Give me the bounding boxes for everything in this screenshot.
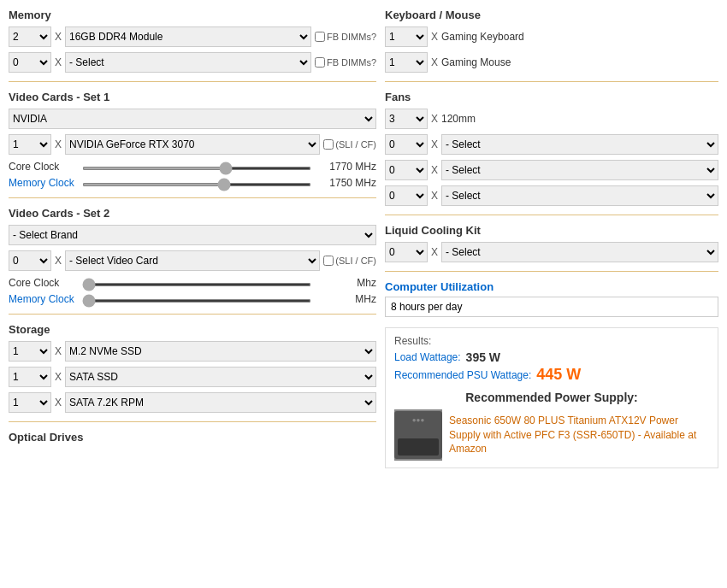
memory-fbdimms-1-checkbox[interactable] (315, 32, 325, 42)
fans-x-1: X (431, 113, 438, 125)
fans-x-2: X (431, 138, 438, 150)
memory-fbdimms-2-checkbox[interactable] (315, 57, 325, 68)
videocards2-x: X (55, 255, 62, 267)
storage-row-1: 1023 X M.2 NVMe SSD SATA SSD SATA 7.2K R… (9, 341, 376, 362)
mouse-x: X (431, 56, 438, 68)
optical-drives-title: Optical Drives (9, 431, 376, 444)
psu-image-inner (394, 411, 442, 459)
keyboard-row: 102 X Gaming Keyboard (385, 26, 718, 47)
storage-qty-1-select[interactable]: 1023 (9, 341, 51, 362)
memory-module-1-select[interactable]: 16GB DDR4 Module 8GB DDR4 Module 32GB DD… (65, 26, 311, 47)
videocards1-sli-checkbox[interactable] (323, 139, 334, 150)
fans-qty-1-select[interactable]: 301245 (385, 109, 428, 129)
liquid-cooling-kit-select[interactable]: - Select 240mm AIO 360mm AIO (441, 242, 718, 262)
computer-utilization-title: Computer Utilization (385, 280, 718, 293)
rec-psu-wattage-label: Recommended PSU Wattage: (394, 369, 531, 381)
results-label: Results: (394, 335, 709, 347)
rec-psu-wattage-row: Recommended PSU Wattage: 445 W (394, 366, 709, 384)
videocards2-qty-select[interactable]: 0123 (9, 250, 51, 271)
videocards1-qty-select[interactable]: 1023 (9, 134, 51, 155)
videocards1-coreclock-label: Core Clock (9, 161, 77, 173)
fans-qty-2-select[interactable]: 0123 (385, 134, 428, 155)
videocards2-memoryclock-value: MHz (316, 293, 376, 305)
fans-row-4: 0123 X - Select 120mm 140mm (385, 185, 718, 206)
fans-fan-4-select[interactable]: - Select 120mm 140mm (441, 185, 718, 206)
fans-qty-4-select[interactable]: 0123 (385, 185, 428, 206)
keyboard-device: Gaming Keyboard (441, 31, 524, 43)
memory-fbdimms-2-label[interactable]: FB DIMMs? (315, 57, 376, 68)
liquid-cooling-qty-select[interactable]: 012 (385, 242, 428, 262)
storage-row-2: 1023 X SATA SSD M.2 NVMe SSD SATA 7.2K R… (9, 367, 376, 387)
storage-x-2: X (55, 371, 62, 383)
results-box: Results: Load Wattage: 395 W Recommended… (385, 327, 718, 468)
storage-qty-2-select[interactable]: 1023 (9, 367, 51, 387)
videocards2-coreclock-value: Mhz (316, 277, 376, 289)
videocards2-memoryclock-label: Memory Clock (9, 293, 77, 305)
mouse-device: Gaming Mouse (441, 56, 511, 68)
psu-image (394, 409, 442, 461)
memory-qty-2-select[interactable]: 01234 (9, 52, 51, 73)
mouse-row: 102 X Gaming Mouse (385, 52, 718, 73)
videocards2-memoryclock-slider-wrapper (82, 292, 311, 305)
liquid-cooling-x: X (431, 246, 438, 258)
load-wattage-row: Load Wattage: 395 W (394, 350, 709, 364)
fans-row-3: 0123 X - Select 120mm 140mm (385, 160, 718, 180)
videocards2-memoryclock-row: Memory Clock MHz (9, 292, 376, 305)
storage-qty-3-select[interactable]: 1023 (9, 392, 51, 413)
liquid-cooling-row: 012 X - Select 240mm AIO 360mm AIO (385, 242, 718, 262)
psu-product-link[interactable]: Seasonic 650W 80 PLUS Titanium ATX12V Po… (449, 414, 709, 456)
mouse-qty-select[interactable]: 102 (385, 52, 428, 73)
liquid-cooling-title: Liquid Cooling Kit (385, 224, 718, 237)
videocards1-title: Video Cards - Set 1 (9, 91, 376, 103)
videocards1-x: X (55, 138, 62, 150)
videocards2-brand-select[interactable]: - Select Brand NVIDIA AMD (9, 225, 376, 245)
fans-qty-3-select[interactable]: 0123 (385, 160, 428, 180)
memory-fbdimms-1-label[interactable]: FB DIMMs? (315, 32, 376, 42)
right-column: Keyboard / Mouse 102 X Gaming Keyboard 1… (385, 9, 718, 468)
fans-fan-2-select[interactable]: - Select 120mm 140mm 200mm (441, 134, 718, 155)
videocards2-coreclock-row: Core Clock Mhz (9, 276, 376, 289)
fans-title: Fans (385, 91, 718, 103)
videocards1-coreclock-slider-wrapper (82, 160, 311, 173)
keyboard-mouse-title: Keyboard / Mouse (385, 9, 718, 21)
storage-row-3: 1023 X SATA 7.2K RPM M.2 NVMe SSD SATA S… (9, 392, 376, 413)
videocards1-coreclock-value: 1770 MHz (316, 161, 376, 173)
storage-drive-2-select[interactable]: SATA SSD M.2 NVMe SSD SATA 7.2K RPM (65, 367, 376, 387)
videocards1-memoryclock-slider[interactable] (82, 183, 311, 186)
storage-title: Storage (9, 323, 376, 336)
videocards1-sli-label[interactable]: (SLI / CF) (323, 139, 376, 150)
memory-module-2-select[interactable]: - Select 8GB DDR4 Module 16GB DDR4 Modul… (65, 52, 311, 73)
psu-product: Seasonic 650W 80 PLUS Titanium ATX12V Po… (394, 409, 709, 461)
fans-fan-3-select[interactable]: - Select 120mm 140mm (441, 160, 718, 180)
computer-utilization-input[interactable] (385, 297, 718, 317)
keyboard-qty-select[interactable]: 102 (385, 26, 428, 47)
storage-drive-1-select[interactable]: M.2 NVMe SSD SATA SSD SATA 7.2K RPM (65, 341, 376, 362)
videocards1-coreclock-slider[interactable] (82, 167, 311, 170)
storage-drive-3-select[interactable]: SATA 7.2K RPM M.2 NVMe SSD SATA SSD (65, 392, 376, 413)
videocards1-memoryclock-slider-wrapper (82, 176, 311, 189)
load-wattage-value: 395 W (466, 350, 500, 364)
storage-x-3: X (55, 397, 62, 409)
videocards2-sli-checkbox[interactable] (323, 256, 334, 266)
fans-fan-1: 120mm (441, 113, 476, 125)
memory-qty-1-select[interactable]: 20134 (9, 26, 51, 47)
videocards2-coreclock-label: Core Clock (9, 277, 77, 289)
videocards2-sli-label[interactable]: (SLI / CF) (323, 256, 376, 266)
left-column: Memory 20134 X 16GB DDR4 Module 8GB DDR4… (9, 9, 376, 468)
memory-x-2: X (55, 56, 62, 68)
videocards2-card-select[interactable]: - Select Video Card (65, 250, 320, 271)
memory-title: Memory (9, 9, 376, 21)
videocards1-card-select[interactable]: NVIDIA GeForce RTX 3070 NVIDIA GeForce R… (65, 134, 320, 155)
videocards1-memoryclock-row: Memory Clock 1750 MHz (9, 176, 376, 189)
videocards1-coreclock-row: Core Clock 1770 MHz (9, 160, 376, 173)
videocards1-memoryclock-label: Memory Clock (9, 177, 77, 189)
videocards2-coreclock-slider[interactable] (82, 283, 311, 286)
load-wattage-label: Load Wattage: (394, 351, 461, 363)
videocards2-title: Video Cards - Set 2 (9, 207, 376, 220)
videocards1-brand-select[interactable]: NVIDIA AMD (9, 109, 376, 129)
memory-row-2: 01234 X - Select 8GB DDR4 Module 16GB DD… (9, 52, 376, 73)
videocards2-memoryclock-slider[interactable] (82, 299, 311, 303)
fans-x-3: X (431, 164, 438, 176)
memory-x-1: X (55, 31, 62, 43)
videocards2-row: 0123 X - Select Video Card (SLI / CF) (9, 250, 376, 271)
